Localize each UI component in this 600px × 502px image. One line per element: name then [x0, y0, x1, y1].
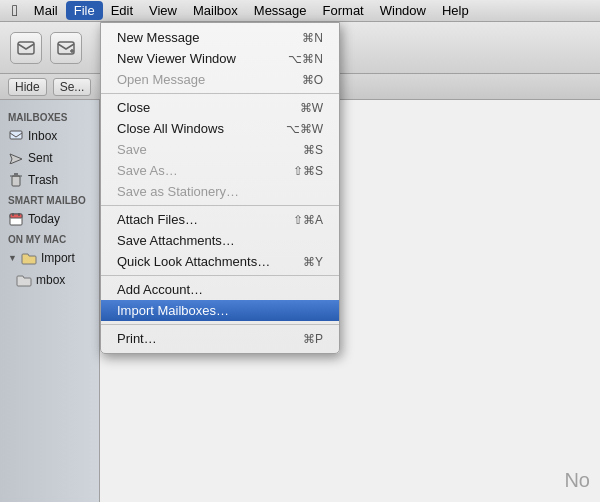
menu-save-as: Save As… ⇧⌘S: [101, 160, 339, 181]
menubar-message[interactable]: Message: [246, 1, 315, 20]
menu-save: Save ⌘S: [101, 139, 339, 160]
menu-add-account[interactable]: Add Account…: [101, 279, 339, 300]
menu-open-message: Open Message ⌘O: [101, 69, 339, 90]
separator-1: [101, 93, 339, 94]
separator-4: [101, 324, 339, 325]
menu-close[interactable]: Close ⌘W: [101, 97, 339, 118]
menu-import-mailboxes[interactable]: Import Mailboxes…: [101, 300, 339, 321]
menubar-format[interactable]: Format: [315, 1, 372, 20]
menu-close-all[interactable]: Close All Windows ⌥⌘W: [101, 118, 339, 139]
menu-new-message[interactable]: New Message ⌘N: [101, 27, 339, 48]
apple-menu[interactable]: : [4, 2, 26, 20]
menu-save-attachments[interactable]: Save Attachments…: [101, 230, 339, 251]
menu-attach-files[interactable]: Attach Files… ⇧⌘A: [101, 209, 339, 230]
menubar-file[interactable]: File: [66, 1, 103, 20]
file-menu-overlay: New Message ⌘N New Viewer Window ⌥⌘N Ope…: [0, 22, 600, 502]
menubar-mail[interactable]: Mail: [26, 1, 66, 20]
menu-new-viewer-window[interactable]: New Viewer Window ⌥⌘N: [101, 48, 339, 69]
menu-quick-look[interactable]: Quick Look Attachments… ⌘Y: [101, 251, 339, 272]
menubar-window[interactable]: Window: [372, 1, 434, 20]
separator-2: [101, 205, 339, 206]
file-dropdown-menu: New Message ⌘N New Viewer Window ⌥⌘N Ope…: [100, 22, 340, 354]
menubar-view[interactable]: View: [141, 1, 185, 20]
menu-save-stationery: Save as Stationery…: [101, 181, 339, 202]
menubar:  Mail File Edit View Mailbox Message Fo…: [0, 0, 600, 22]
separator-3: [101, 275, 339, 276]
menubar-mailbox[interactable]: Mailbox: [185, 1, 246, 20]
menubar-help[interactable]: Help: [434, 1, 477, 20]
menu-print[interactable]: Print… ⌘P: [101, 328, 339, 349]
menubar-edit[interactable]: Edit: [103, 1, 141, 20]
